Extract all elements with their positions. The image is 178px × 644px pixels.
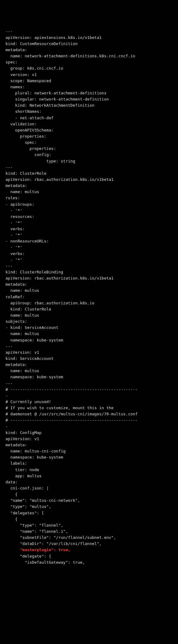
code-line: - apiGroups: — [6, 201, 172, 208]
code-line: --- — [6, 164, 172, 170]
code-line: - '*' — [6, 257, 172, 263]
code-line: name: multus — [6, 312, 172, 318]
code-line: spec: — [6, 59, 172, 65]
code-line: validation: — [6, 121, 172, 127]
code-line: name: network-attachment-definitions.k8s… — [6, 53, 172, 59]
code-line: properties: — [6, 146, 172, 152]
code-line: cni-conf.json: | — [6, 485, 172, 491]
code-line: subjects: — [6, 318, 172, 325]
code-line: resources: — [6, 214, 172, 220]
code-line: "dataDir": "/var/lib/cni/flannel", — [6, 541, 172, 547]
code-line: tier: node — [6, 467, 172, 473]
code-line: "masterplugin": true, — [6, 547, 172, 553]
code-line: group: k8s.cni.cncf.io — [6, 65, 172, 71]
code-line: name: multus — [6, 288, 172, 294]
code-line: config: — [6, 152, 172, 158]
code-line: "name": "multus-cni-network", — [6, 497, 172, 504]
code-line: verbs: — [6, 251, 172, 257]
code-line: apiVersion: rbac.authorization.k8s.io/v1… — [6, 177, 172, 183]
code-line: metadata: — [6, 183, 172, 189]
code-line: - nonResourceURLs: — [6, 238, 172, 244]
code-line: - '*' — [6, 232, 172, 238]
code-line: { — [6, 516, 172, 522]
code-line: properties: — [6, 133, 172, 139]
code-line: kind: ConfigMap — [6, 430, 172, 436]
code-line: apiVersion: rbac.authorization.k8s.io/v1… — [6, 275, 172, 281]
code-line: kind: ServiceAccount — [6, 356, 172, 362]
code-line: --- — [6, 263, 172, 269]
highlighted-text: "masterplugin": true, — [20, 547, 70, 552]
code-line: kind: NetworkAttachmentDefinition — [6, 102, 172, 109]
code-line: labels: — [6, 460, 172, 467]
code-line: - '*' — [6, 208, 172, 214]
code-line: metadata: — [6, 442, 172, 448]
code-line: apiVersion: v1 — [6, 349, 172, 356]
code-line: type: string — [6, 158, 172, 164]
code-line: kind: ClusterRole — [6, 306, 172, 312]
code-line: - '*' — [6, 220, 172, 226]
code-line: "type": "flannel", — [6, 522, 172, 528]
code-line: verbs: — [6, 226, 172, 232]
code-line: "isDefaultGateway": true, — [6, 559, 172, 566]
code-line: - net-attach-def — [6, 115, 172, 121]
code-line: singular: network-attachment-definition — [6, 96, 172, 102]
code-line: # --------------------------------------… — [6, 387, 172, 393]
code-line: spec: — [6, 139, 172, 146]
code-line: name: multus — [6, 189, 172, 195]
code-line: - — [6, 424, 172, 430]
code-line: "delegate": { — [6, 553, 172, 559]
code-line: name: multus — [6, 368, 172, 374]
code-line: rules: — [6, 195, 172, 201]
code-line: namespace: kube-system — [6, 454, 172, 460]
code-line: metadata: — [6, 362, 172, 368]
code-line: app: multus — [6, 473, 172, 479]
code-line: --- — [6, 380, 172, 387]
code-line: "type": "multus", — [6, 504, 172, 510]
code-line: - kind: ServiceAccount — [6, 325, 172, 331]
yaml-code-block: ---apiVersion: apiextensions.k8s.io/v1be… — [6, 29, 172, 566]
code-line: # If you wish to customize, mount this i… — [6, 405, 172, 411]
code-line: # --------------------------------------… — [6, 417, 172, 423]
code-line: kind: ClusterRoleBinding — [6, 269, 172, 275]
code-line: { — [6, 491, 172, 497]
code-line: names: — [6, 84, 172, 90]
code-line: --- — [6, 29, 172, 35]
code-line: "subnetFile": "/run/flannel/subnet.env", — [6, 535, 172, 541]
code-line: version: v1 — [6, 72, 172, 78]
code-line: apiGroup: rbac.authorization.k8s.io — [6, 300, 172, 306]
code-line: apiVersion: v1 — [6, 436, 172, 442]
code-line: "name": "flannel.1", — [6, 528, 172, 535]
code-line: kind: ClusterRole — [6, 170, 172, 177]
code-line: namespace: kube-system — [6, 374, 172, 380]
code-line: kind: CustomResourceDefinition — [6, 41, 172, 47]
code-line: data: — [6, 479, 172, 485]
code-line: namespace: kube-system — [6, 337, 172, 343]
code-line: apiVersion: apiextensions.k8s.io/v1beta1 — [6, 35, 172, 41]
code-line: metadata: — [6, 47, 172, 53]
code-line: - '*' — [6, 244, 172, 250]
code-line: roleRef: — [6, 294, 172, 300]
code-line: openAPIV3Schema: — [6, 127, 172, 133]
code-line: # Currently unused! — [6, 399, 172, 405]
code-line: - — [6, 393, 172, 399]
code-line: name: multus — [6, 331, 172, 337]
code-line: plural: network-attachment-definitions — [6, 90, 172, 96]
code-line: shortNames: — [6, 109, 172, 115]
code-line: scope: Namespaced — [6, 78, 172, 84]
code-line: name: multus-cni-config — [6, 448, 172, 454]
code-line: --- — [6, 343, 172, 349]
code-line: metadata: — [6, 281, 172, 288]
code-line: "delegates": [ — [6, 510, 172, 516]
code-line: # daemonset @ /usr/src/multus-cni/images… — [6, 411, 172, 417]
